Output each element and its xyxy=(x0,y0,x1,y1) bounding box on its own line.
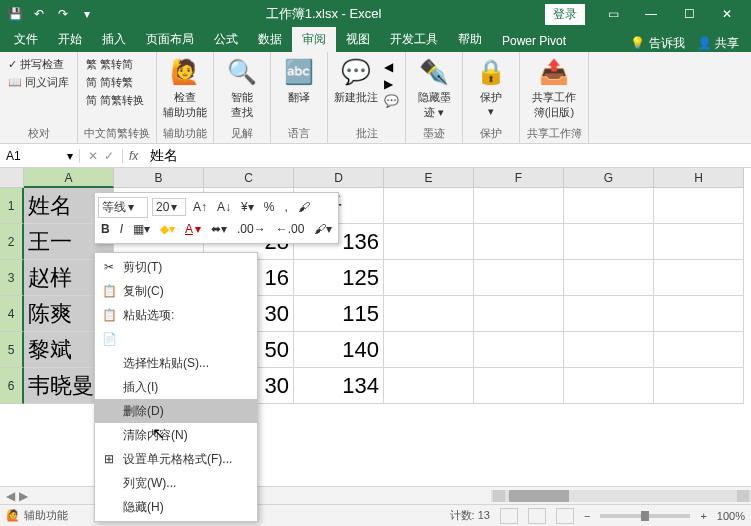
show-comment-icon[interactable]: 💬 xyxy=(384,94,399,108)
tab-view[interactable]: 视图 xyxy=(336,27,380,52)
tab-formulas[interactable]: 公式 xyxy=(204,27,248,52)
new-comment-button[interactable]: 💬新建批注 xyxy=(334,56,378,105)
hscroll-right-icon[interactable] xyxy=(737,490,749,502)
view-pagelayout-icon[interactable] xyxy=(528,508,546,524)
tab-home[interactable]: 开始 xyxy=(48,27,92,52)
cell[interactable] xyxy=(474,296,564,332)
col-header-g[interactable]: G xyxy=(564,168,654,188)
cell[interactable] xyxy=(474,188,564,224)
translate-button[interactable]: 🔤翻译 xyxy=(277,56,321,105)
row-header[interactable]: 2 xyxy=(0,224,24,260)
hscroll-left-icon[interactable] xyxy=(493,490,505,502)
cell[interactable] xyxy=(384,188,474,224)
zoom-in-icon[interactable]: + xyxy=(700,510,706,522)
login-button[interactable]: 登录 xyxy=(545,4,585,25)
col-header-d[interactable]: D xyxy=(294,168,384,188)
cell[interactable]: 115 xyxy=(294,296,384,332)
cm-cut[interactable]: ✂剪切(T) xyxy=(95,255,257,279)
col-header-e[interactable]: E xyxy=(384,168,474,188)
cm-format-cells[interactable]: ⊞设置单元格格式(F)... xyxy=(95,447,257,471)
mini-format-painter-icon[interactable]: 🖌 xyxy=(295,199,313,215)
tab-powerpivot[interactable]: Power Pivot xyxy=(492,30,576,52)
chevron-down-icon[interactable]: ▾ xyxy=(67,149,73,163)
cell[interactable]: 140 xyxy=(294,332,384,368)
tell-me-search[interactable]: 💡 告诉我 xyxy=(630,35,684,52)
accessibility-check-button[interactable]: 🙋检查 辅助功能 xyxy=(163,56,207,120)
cell[interactable] xyxy=(384,296,474,332)
mini-fill-color-icon[interactable]: ◆▾ xyxy=(157,221,178,237)
row-header[interactable]: 4 xyxy=(0,296,24,332)
close-icon[interactable]: ✕ xyxy=(709,0,745,28)
tab-help[interactable]: 帮助 xyxy=(448,27,492,52)
mini-percent-icon[interactable]: % xyxy=(261,199,278,215)
cm-paste-default[interactable]: 📄 xyxy=(95,327,257,351)
tab-review[interactable]: 审阅 xyxy=(292,27,336,52)
name-box[interactable]: A1▾ xyxy=(0,149,80,163)
mini-font-select[interactable]: 等线 ▾ xyxy=(98,197,148,218)
hscroll-thumb[interactable] xyxy=(509,490,569,502)
trad-to-simp-button[interactable]: 简 简转繁 xyxy=(84,74,146,91)
col-header-b[interactable]: B xyxy=(114,168,204,188)
next-comment-icon[interactable]: ▶ xyxy=(384,77,399,91)
cm-column-width[interactable]: 列宽(W)... xyxy=(95,471,257,495)
cell[interactable] xyxy=(654,332,744,368)
hscrollbar[interactable] xyxy=(491,490,751,502)
col-header-c[interactable]: C xyxy=(204,168,294,188)
sheet-nav-first-icon[interactable]: ◀ xyxy=(6,489,15,503)
cell[interactable] xyxy=(384,224,474,260)
cell[interactable] xyxy=(474,332,564,368)
cell[interactable] xyxy=(654,368,744,404)
smart-lookup-button[interactable]: 🔍智能 查找 xyxy=(220,56,264,120)
col-header-a[interactable]: A xyxy=(24,168,114,188)
mini-format-icon[interactable]: 🖌▾ xyxy=(311,221,335,237)
row-header[interactable]: 5 xyxy=(0,332,24,368)
tab-insert[interactable]: 插入 xyxy=(92,27,136,52)
zoom-thumb[interactable] xyxy=(641,511,649,521)
cell[interactable] xyxy=(654,224,744,260)
mini-decrease-font-icon[interactable]: A↓ xyxy=(214,199,234,215)
cell[interactable]: 125 xyxy=(294,260,384,296)
cell[interactable] xyxy=(564,296,654,332)
view-normal-icon[interactable] xyxy=(500,508,518,524)
mini-increase-font-icon[interactable]: A↑ xyxy=(190,199,210,215)
view-pagebreak-icon[interactable] xyxy=(556,508,574,524)
cell[interactable] xyxy=(384,368,474,404)
cell[interactable] xyxy=(384,332,474,368)
cm-copy[interactable]: 📋复制(C) xyxy=(95,279,257,303)
ribbon-display-icon[interactable]: ▭ xyxy=(595,0,631,28)
mini-comma-icon[interactable]: , xyxy=(281,199,290,215)
row-header[interactable]: 6 xyxy=(0,368,24,404)
tab-file[interactable]: 文件 xyxy=(4,27,48,52)
zoom-level[interactable]: 100% xyxy=(717,510,745,522)
cell[interactable] xyxy=(564,224,654,260)
protect-button[interactable]: 🔒保护 ▾ xyxy=(469,56,513,118)
cm-delete[interactable]: 删除(D) xyxy=(95,399,257,423)
mini-size-select[interactable]: 20 ▾ xyxy=(152,198,186,216)
hide-ink-button[interactable]: ✒️隐藏墨 迹 ▾ xyxy=(412,56,456,120)
share-button[interactable]: 👤 共享 xyxy=(697,35,739,52)
sheet-nav-last-icon[interactable]: ▶ xyxy=(19,489,28,503)
cancel-formula-icon[interactable]: ✕ xyxy=(88,149,98,163)
tab-developer[interactable]: 开发工具 xyxy=(380,27,448,52)
accessibility-status-icon[interactable]: 🙋 xyxy=(6,509,20,522)
fx-icon[interactable]: fx xyxy=(123,149,144,163)
maximize-icon[interactable]: ☐ xyxy=(671,0,707,28)
select-all-corner[interactable] xyxy=(0,168,24,188)
share-workbook-button[interactable]: 📤共享工作 簿(旧版) xyxy=(526,56,582,120)
prev-comment-icon[interactable]: ◀ xyxy=(384,60,399,74)
mini-decimal-inc-icon[interactable]: .00→ xyxy=(234,221,269,237)
cell[interactable] xyxy=(564,332,654,368)
cm-hide[interactable]: 隐藏(H) xyxy=(95,495,257,519)
cell[interactable]: 134 xyxy=(294,368,384,404)
qat-dropdown-icon[interactable]: ▾ xyxy=(76,3,98,25)
cell[interactable] xyxy=(564,368,654,404)
row-header[interactable]: 1 xyxy=(0,188,24,224)
simp-to-trad-button[interactable]: 繁 繁转简 xyxy=(84,56,146,73)
cell[interactable] xyxy=(384,260,474,296)
mini-italic-icon[interactable]: I xyxy=(117,221,126,237)
minimize-icon[interactable]: — xyxy=(633,0,669,28)
mini-font-color-icon[interactable]: A▾ xyxy=(182,221,204,237)
spell-check-button[interactable]: ✓ 拼写检查 xyxy=(6,56,71,73)
row-header[interactable]: 3 xyxy=(0,260,24,296)
cell[interactable] xyxy=(474,224,564,260)
